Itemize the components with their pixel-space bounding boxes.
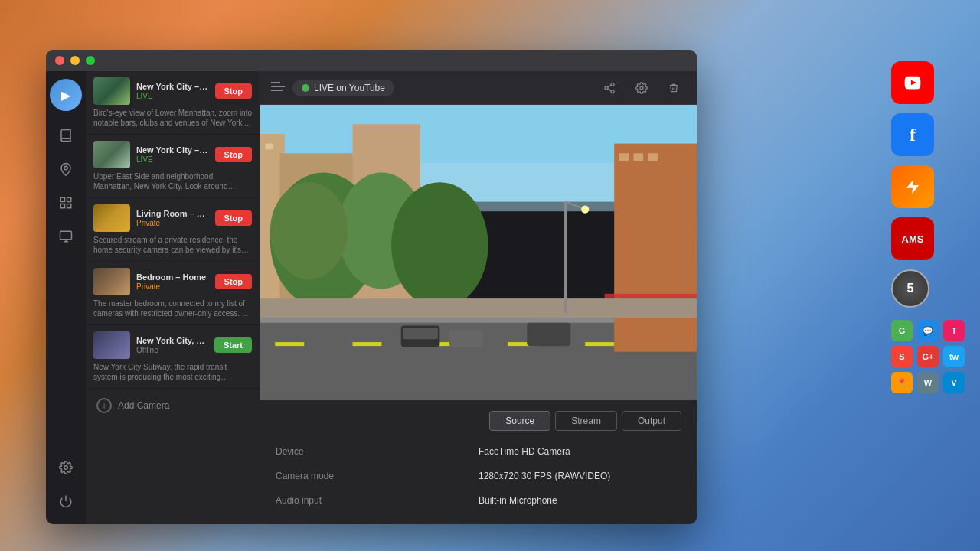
video-preview	[260, 105, 697, 400]
svg-line-17	[608, 85, 612, 87]
camera-name: Living Room – Home	[136, 209, 209, 218]
camera-btn-start[interactable]: Start	[214, 337, 252, 353]
control-info: Device FaceTime HD Camera Camera mode 12…	[276, 443, 681, 509]
camera-btn-stop[interactable]: Stop	[215, 274, 252, 289]
top-bar: LIVE on YouTube	[260, 71, 697, 105]
camera-description: Upper East Side and neighborhood, Manhat…	[93, 171, 252, 191]
svg-rect-36	[352, 342, 381, 346]
svg-point-52	[581, 206, 589, 214]
app-window: ▶ New York C	[46, 50, 697, 524]
control-tabs: SourceStreamOutput	[276, 411, 681, 431]
small-icon-g[interactable]: G	[891, 320, 913, 341]
minimize-button[interactable]	[70, 56, 80, 65]
small-icon-t[interactable]: T	[943, 320, 965, 341]
svg-rect-47	[648, 153, 658, 161]
menu-icon[interactable]	[271, 81, 285, 95]
svg-point-31	[391, 182, 488, 308]
sidebar-icon-book[interactable]	[51, 120, 81, 151]
sidebar-icon-grid[interactable]	[51, 187, 81, 218]
camera-name: New York City, Subway	[136, 336, 208, 345]
svg-rect-1	[60, 197, 64, 201]
add-camera-button[interactable]: + Add Camera	[86, 389, 260, 422]
svg-rect-4	[67, 204, 71, 208]
svg-rect-3	[60, 204, 64, 208]
camera-btn-stop[interactable]: Stop	[215, 83, 252, 99]
live-indicator[interactable]: LIVE on YouTube	[292, 80, 394, 96]
svg-point-32	[270, 182, 348, 279]
close-button[interactable]	[55, 56, 64, 65]
control-tab-output[interactable]: Output	[622, 411, 681, 431]
camera-description: New York City Subway, the rapid transit …	[93, 362, 252, 382]
svg-rect-46	[633, 153, 643, 161]
small-icon-v[interactable]: V	[943, 372, 965, 393]
camera-btn-stop[interactable]: Stop	[215, 210, 252, 226]
desktop-icon-thunder[interactable]	[891, 165, 934, 208]
camera-thumbnail	[93, 268, 130, 295]
svg-rect-45	[619, 153, 629, 161]
svg-rect-35	[275, 342, 304, 346]
desktop-icon-facebook[interactable]: f	[891, 113, 934, 156]
settings-button[interactable]	[629, 76, 654, 100]
camera-name: Bedroom – Home	[136, 272, 209, 282]
sidebar-icon-monitor[interactable]	[51, 221, 81, 252]
camera-name: New York City – UES	[136, 145, 209, 155]
camera-item[interactable]: Bedroom – Home Private Stop The master b…	[86, 262, 260, 325]
camera-status: Private	[136, 282, 209, 291]
desktop-icon-small-group: G 💬 T S G+ tw 📍 W V	[891, 320, 965, 393]
small-icon-s[interactable]: S	[891, 346, 913, 367]
maximize-button[interactable]	[86, 56, 95, 65]
camera-mode-value: 980x551 30 FPS (RAWVIDEO)	[479, 468, 681, 484]
camera-status: LIVE	[136, 155, 209, 164]
camera-status: LIVE	[136, 92, 209, 100]
small-icon-chat[interactable]: 💬	[917, 320, 939, 341]
device-label: Device	[276, 443, 479, 460]
svg-rect-41	[403, 328, 438, 339]
svg-point-0	[64, 166, 68, 170]
control-panel: SourceStreamOutput Device FaceTime HD Ca…	[260, 400, 697, 524]
svg-point-14	[605, 86, 608, 90]
camera-item[interactable]: New York City, Subway Offline Start New …	[86, 325, 260, 389]
delete-button[interactable]	[662, 76, 686, 100]
camera-item[interactable]: New York City – Birds Eye LIVE Stop Bird…	[86, 71, 260, 135]
desktop-icon-youtube[interactable]	[891, 61, 934, 104]
audio-input-label: Audio input	[276, 492, 479, 509]
camera-item[interactable]: Living Room – Home Private Stop Secured …	[86, 198, 260, 262]
svg-rect-49	[260, 298, 697, 318]
small-icon-tw[interactable]: tw	[943, 346, 965, 367]
svg-line-16	[608, 89, 612, 91]
main-content: LIVE on YouTube	[260, 71, 697, 524]
svg-point-15	[611, 90, 614, 93]
audio-input-value: Built-in Microphone	[479, 492, 681, 509]
small-icon-g2[interactable]: G+	[917, 346, 939, 367]
desktop-icons: f AMS 5 G 💬 T S G+ tw 📍 W V	[891, 61, 965, 393]
camera-list: New York City – Birds Eye LIVE Stop Bird…	[86, 71, 260, 524]
svg-rect-2	[67, 197, 71, 201]
sidebar-icon-logo[interactable]: ▶	[50, 79, 82, 111]
share-button[interactable]	[597, 76, 622, 100]
control-tab-stream[interactable]: Stream	[555, 411, 617, 431]
small-icon-wp[interactable]: W	[917, 372, 939, 393]
svg-rect-43	[527, 323, 570, 346]
sidebar-icon-settings[interactable]	[51, 452, 81, 483]
add-camera-label: Add Camera	[118, 400, 169, 411]
svg-point-8	[64, 466, 68, 470]
sidebar: ▶	[46, 71, 86, 524]
sidebar-icon-power[interactable]	[51, 486, 81, 517]
camera-description: Bird's-eye view of Lower Manhattan, zoom…	[93, 108, 252, 128]
sidebar-icon-location[interactable]	[51, 154, 81, 184]
camera-thumbnail	[93, 141, 130, 168]
svg-rect-26	[266, 144, 273, 150]
live-text: LIVE on YouTube	[314, 83, 385, 93]
camera-btn-stop[interactable]: Stop	[215, 147, 252, 162]
desktop-icon-ams[interactable]: AMS	[891, 217, 934, 260]
desktop-icon-five[interactable]: 5	[891, 269, 929, 308]
svg-point-13	[611, 83, 614, 86]
camera-thumbnail	[93, 204, 130, 232]
camera-name: New York City – Birds Eye	[136, 82, 209, 91]
camera-item[interactable]: New York City – UES LIVE Stop Upper East…	[86, 135, 260, 198]
camera-mode-label: Camera mode	[276, 468, 479, 484]
small-icon-map[interactable]: 📍	[891, 372, 913, 393]
camera-thumbnail	[93, 77, 130, 105]
control-tab-source[interactable]: Source	[489, 411, 550, 431]
camera-description: The master bedroom, connected to my list…	[93, 298, 252, 318]
